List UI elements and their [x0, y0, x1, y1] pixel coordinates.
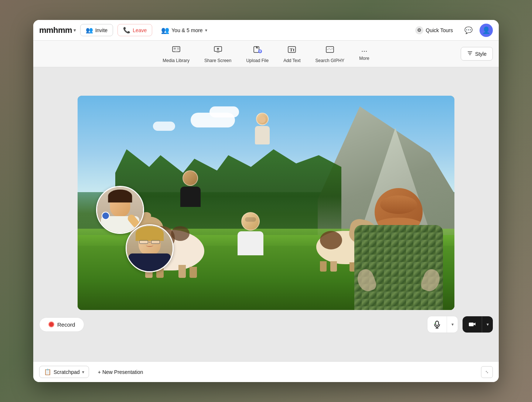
invite-icon: 👥 — [86, 27, 93, 34]
participants-label: You & 5 more — [171, 27, 202, 33]
expand-button[interactable]: ↔ — [481, 366, 493, 378]
title-bar: mmhmm ▾ 👥 Invite 📞 Leave 👥 You & 5 more … — [33, 20, 499, 41]
mic-button[interactable] — [427, 316, 447, 333]
participant-mid-center — [236, 212, 265, 256]
main-content: Record ▾ — [33, 67, 499, 361]
scratchpad-label: Scratchpad — [54, 369, 80, 375]
chat-icon: 💬 — [464, 26, 473, 34]
participants-button[interactable]: 👥 You & 5 more ▾ — [157, 24, 211, 37]
chat-button[interactable]: 💬 — [462, 24, 475, 37]
camera-button[interactable] — [463, 316, 482, 333]
app-logo[interactable]: mmhmm ▾ — [39, 25, 76, 35]
invite-button[interactable]: 👥 Invite — [80, 24, 113, 36]
participant-top-center — [253, 113, 272, 146]
leave-icon: 📞 — [123, 27, 130, 34]
svg-rect-24 — [469, 323, 474, 326]
invite-label: Invite — [95, 27, 108, 33]
upload-file-button[interactable]: Upload File — [239, 42, 276, 66]
media-library-icon — [171, 45, 181, 57]
svg-rect-1 — [174, 48, 176, 50]
add-text-label: Add Text — [283, 58, 300, 63]
search-giphy-icon — [325, 45, 335, 57]
svg-text:Tt: Tt — [290, 47, 295, 52]
participant-right-large — [354, 170, 443, 310]
record-dot — [48, 321, 54, 327]
bottom-controls: Record ▾ — [39, 316, 493, 333]
app-window: mmhmm ▾ 👥 Invite 📞 Leave 👥 You & 5 more … — [33, 20, 499, 382]
upload-file-icon — [253, 45, 262, 57]
quick-tours-icon: ⚙ — [415, 26, 423, 34]
search-giphy-button[interactable]: Search GIPHY — [308, 42, 352, 66]
cloud-2 — [209, 106, 239, 117]
scratchpad-chevron-icon: ▾ — [82, 369, 84, 375]
quick-tours-label: Quick Tours — [426, 27, 453, 33]
video-area — [78, 96, 454, 310]
more-icon: ··· — [361, 47, 368, 54]
scratchpad-button[interactable]: 📋 Scratchpad ▾ — [39, 366, 89, 378]
record-button[interactable]: Record — [39, 317, 84, 332]
cam-chevron-button[interactable]: ▾ — [482, 316, 493, 333]
logo-text: mmhmm — [39, 25, 72, 35]
style-button[interactable]: Style — [461, 47, 493, 61]
share-screen-label: Share Screen — [204, 58, 231, 63]
leave-label: Leave — [133, 27, 147, 33]
profile-icon: 👤 — [482, 26, 490, 34]
record-label: Record — [57, 321, 75, 328]
media-library-label: Media Library — [163, 58, 190, 63]
more-button[interactable]: ··· More — [352, 44, 376, 64]
cloud-3 — [153, 122, 175, 131]
participant-circle-2 — [126, 224, 174, 272]
svg-rect-20 — [436, 321, 439, 326]
leave-button[interactable]: 📞 Leave — [117, 24, 152, 36]
style-icon — [467, 50, 473, 57]
participant-back-left — [179, 170, 201, 207]
style-label: Style — [475, 51, 487, 57]
search-giphy-label: Search GIPHY — [316, 58, 345, 63]
upload-file-label: Upload File — [246, 58, 269, 63]
more-label: More — [359, 56, 369, 61]
new-presentation-label: + New Presentation — [98, 369, 143, 375]
svg-rect-5 — [175, 52, 178, 52]
new-presentation-button[interactable]: + New Presentation — [93, 367, 148, 377]
expand-icon: ↔ — [483, 368, 491, 376]
cam-chevron-icon: ▾ — [487, 322, 489, 327]
quick-tours-button[interactable]: ⚙ Quick Tours — [411, 24, 457, 37]
cam-control-group: ▾ — [463, 316, 493, 333]
participants-icon: 👥 — [161, 26, 169, 34]
profile-button[interactable]: 👤 — [480, 24, 493, 37]
mic-chevron-button[interactable]: ▾ — [447, 316, 458, 333]
mic-chevron-icon: ▾ — [451, 322, 454, 327]
participants-chevron: ▾ — [205, 28, 207, 33]
bottom-bar: 📋 Scratchpad ▾ + New Presentation ↔ — [33, 361, 499, 382]
share-screen-icon — [213, 45, 223, 57]
media-library-button[interactable]: Media Library — [155, 42, 197, 66]
mic-control-group: ▾ — [427, 316, 458, 333]
toolbar: Media Library Share Screen — [33, 41, 499, 67]
share-screen-button[interactable]: Share Screen — [197, 42, 239, 66]
scratchpad-icon: 📋 — [44, 368, 51, 375]
add-text-icon: Tt — [287, 45, 297, 57]
logo-chevron-icon: ▾ — [74, 28, 76, 33]
add-text-button[interactable]: Tt Add Text — [276, 42, 308, 66]
